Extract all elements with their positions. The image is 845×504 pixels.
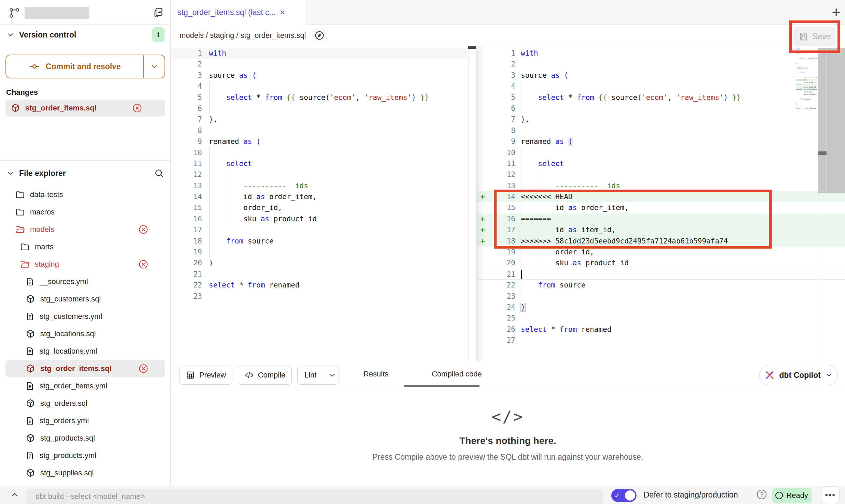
tab-results[interactable]: Results <box>363 361 388 387</box>
file-tree-item-stg-locations-sql[interactable]: stg_locations.sql <box>5 325 165 342</box>
code-line-2: 2 <box>477 59 845 70</box>
file-tree-item-macros[interactable]: macros <box>5 203 165 221</box>
chevron-up-icon[interactable] <box>10 490 20 500</box>
compile-button[interactable]: Compile <box>238 366 292 385</box>
file-tree-item-stg-order-items-yml[interactable]: stg_order_items.yml <box>5 377 165 395</box>
lineage-compass-icon[interactable] <box>312 28 327 43</box>
code-line-25: 25 <box>477 313 845 324</box>
dbt-copilot-button[interactable]: dbt Copilot <box>759 365 838 385</box>
code-line-8: 8 <box>477 125 845 136</box>
code-line-21: 21 <box>477 269 845 280</box>
file-tree-item-stg-locations-yml[interactable]: stg_locations.yml <box>5 342 165 360</box>
sidebar-header <box>0 0 171 25</box>
code-line-3: 3source as ( <box>171 70 476 81</box>
lint-button[interactable]: Lint <box>297 366 339 385</box>
tab-compiled-code[interactable]: Compiled code <box>432 361 482 387</box>
chevron-down-icon[interactable] <box>6 30 15 39</box>
file-tree-item-staging[interactable]: staging <box>5 255 165 273</box>
commit-and-resolve-button[interactable]: Commit and resolve <box>5 55 165 78</box>
code-line-4: 4 <box>171 81 476 92</box>
code-line-12: 12 <box>171 169 476 180</box>
model-icon <box>25 433 35 443</box>
command-bar: dbt build --select <model_name> ✓ Defer … <box>0 486 845 504</box>
code-pane-conflict[interactable]: 1with23source as (45 select * from {{ so… <box>477 46 845 361</box>
tab-stg-order-items[interactable]: stg_order_items.sql (last c... × <box>171 0 306 25</box>
changed-file-item[interactable]: stg_order_items.sql <box>5 100 165 117</box>
code-line-21: 21 <box>171 269 476 280</box>
lint-label[interactable]: Lint <box>298 371 322 380</box>
git-commit-icon <box>29 61 40 72</box>
code-line-3: 3source as ( <box>477 70 845 81</box>
commit-and-resolve-main[interactable]: Commit and resolve <box>6 55 143 78</box>
code-line-13: 13 ---------- ids <box>477 180 845 191</box>
file-tree-item-stg-products-yml[interactable]: stg_products.yml <box>5 447 165 464</box>
file-tree-item-stg-supplies-sql[interactable]: stg_supplies.sql <box>5 464 165 481</box>
discard-change-icon[interactable] <box>138 363 149 374</box>
discard-change-icon[interactable] <box>138 259 149 270</box>
code-pane-original[interactable]: 1with23source as (45 select * from {{ so… <box>171 46 477 361</box>
code-line-19: 19 order_id, <box>477 247 845 257</box>
editor-scrollbar-thumb[interactable] <box>818 151 827 155</box>
results-panel: </> There's nothing here. Press Compile … <box>171 387 845 486</box>
file-tree-item-models[interactable]: models <box>5 221 165 238</box>
file-tree-item-data-tests[interactable]: data-tests <box>5 186 165 203</box>
folder-icon <box>15 190 25 200</box>
file-tree-item--sources-yml[interactable]: __sources.yml <box>5 273 165 290</box>
file-tree-item-stg-orders-sql[interactable]: stg_orders.sql <box>5 395 165 412</box>
new-tab-button[interactable]: + <box>826 2 845 23</box>
code-line-15: 15 id as order_item, <box>477 202 845 213</box>
doc-icon <box>25 346 35 356</box>
code-empty-icon: </> <box>171 407 845 426</box>
defer-toggle[interactable]: ✓ <box>611 489 636 502</box>
model-icon <box>25 294 35 304</box>
code-line-1: 1with <box>171 48 476 59</box>
tab-close-icon[interactable]: × <box>280 7 285 18</box>
editor-scrollbar[interactable] <box>818 48 827 193</box>
code-line-7: 7), <box>171 114 476 125</box>
code-line-19: 19 <box>171 247 476 257</box>
code-line-10: 10 <box>171 147 476 158</box>
editor-toolbar: Preview Compile Lint Results Compiled co… <box>171 361 845 387</box>
model-icon <box>25 364 35 374</box>
discard-change-icon[interactable] <box>132 103 143 114</box>
code-icon <box>244 370 254 380</box>
commit-dropdown-button[interactable] <box>143 55 164 78</box>
model-icon <box>25 329 35 339</box>
window-scrollbar[interactable] <box>827 48 845 193</box>
preview-button[interactable]: Preview <box>179 366 232 385</box>
empty-state-description: Press Compile above to preview the SQL d… <box>171 453 845 462</box>
file-tree-item-stg-products-sql[interactable]: stg_products.sql <box>5 429 165 447</box>
discard-change-icon[interactable] <box>138 224 149 235</box>
branch-name-placeholder[interactable] <box>25 7 89 19</box>
editor-split-view: 1with23source as (45 select * from {{ so… <box>171 46 845 361</box>
minimap[interactable]: withsource as ( select * from {{ source(… <box>796 48 817 116</box>
doc-icon <box>25 416 35 426</box>
file-explorer-header: File explorer <box>0 163 171 183</box>
changed-file-name: stg_order_items.sql <box>25 104 97 113</box>
file-tree-item-stg-order-items-sql[interactable]: stg_order_items.sql <box>5 360 165 377</box>
breadcrumb: models / staging / stg_order_items.sql <box>180 31 306 40</box>
save-button[interactable]: Save <box>793 27 835 46</box>
command-input[interactable]: dbt build --select <model_name> <box>27 489 603 504</box>
file-tree-item-stg-orders-yml[interactable]: stg_orders.yml <box>5 412 165 429</box>
doc-icon <box>25 277 35 286</box>
file-tree-item-stg-customers-sql[interactable]: stg_customers.sql <box>5 290 165 308</box>
copilot-chevron-icon <box>825 371 833 379</box>
search-icon[interactable] <box>154 168 164 179</box>
tab-label: stg_order_items.sql (last c... <box>177 8 276 17</box>
more-options-button[interactable]: ••• <box>821 486 840 504</box>
left-pane-scrollbar[interactable] <box>468 46 476 361</box>
code-line-9: 9renamed as ( <box>477 136 845 147</box>
help-icon[interactable]: ? <box>757 490 767 499</box>
file-tree-item-marts[interactable]: marts <box>5 238 165 255</box>
dbt-copilot-icon <box>764 370 775 381</box>
chevron-down-icon[interactable] <box>6 169 15 178</box>
dbt-ide-window: Version control 1 Commit and resolve Cha… <box>0 0 845 504</box>
version-control-title: Version control <box>19 30 76 40</box>
code-line-11: 11 select <box>477 158 845 169</box>
code-line-5: 5 select * from {{ source('ecom', 'raw_i… <box>171 92 476 103</box>
copy-files-icon[interactable] <box>152 6 165 19</box>
floppy-disk-icon <box>798 31 808 42</box>
lint-dropdown-chevron-icon[interactable] <box>326 366 339 384</box>
file-tree-item-stg-customers-yml[interactable]: stg_customers.yml <box>5 308 165 325</box>
